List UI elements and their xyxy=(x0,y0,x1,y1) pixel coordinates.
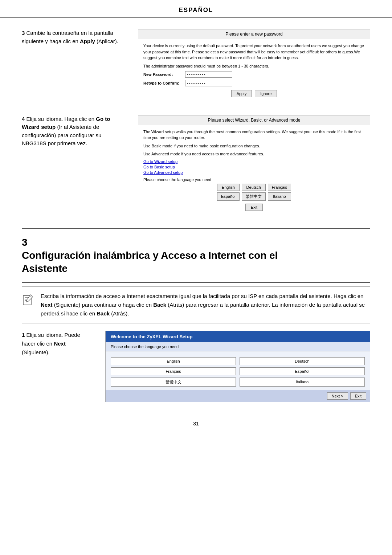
note-bold1: Next xyxy=(41,302,53,308)
step3-text: 3 Cambie la contraseña en la pantalla si… xyxy=(22,29,127,45)
step4-text: 4 Elija su idioma. Haga clic en Go to Wi… xyxy=(22,115,127,148)
wizard-subheader: Please choose the language you need xyxy=(106,342,370,351)
wizard-step1-text: 1 Elija su idioma. Puede hacer clic en N… xyxy=(22,331,94,357)
chapter-title-line1: 3 Configuración inalámbrica y Acceso a I… xyxy=(22,236,370,262)
password-panel-body: Your device is currently using the defau… xyxy=(138,39,370,104)
chapter-divider-top xyxy=(22,228,370,229)
wizard-lang-grid: English Deutsch Français Español 繁體中文 It… xyxy=(111,357,365,387)
wizard-step-desc1: Elija su idioma. Puede hacer clic en xyxy=(22,332,80,347)
lang-chinese[interactable]: 繁體中文 xyxy=(242,192,266,201)
mode-panel: Please select Wizard, Basic, or Advanced… xyxy=(138,115,370,217)
mode-desc2: Use Basic mode if you need to make basic… xyxy=(143,143,365,149)
password-note: The administrator password should must b… xyxy=(143,64,365,68)
wizard-panel: Welcome to the ZyXEL Wizard Setup Please… xyxy=(105,331,370,402)
wizard-lang-chinese[interactable]: 繁體中文 xyxy=(111,378,236,387)
retype-password-row: Retype to Confirm: xyxy=(143,80,365,86)
note-bold2: Back xyxy=(153,302,166,308)
note-bold3: Back xyxy=(97,310,110,317)
step3-number: 3 xyxy=(22,30,25,36)
wizard-header: Welcome to the ZyXEL Wizard Setup xyxy=(106,331,370,342)
mode-exit-button[interactable]: Exit xyxy=(245,204,263,211)
chapter-number: 3 xyxy=(22,236,370,249)
lang-deutsch[interactable]: Deutsch xyxy=(242,184,266,191)
note-text1: Escriba la información de acceso a Inter… xyxy=(41,293,363,299)
step3-bold: Apply xyxy=(80,38,95,44)
lang-english[interactable]: English xyxy=(217,184,240,191)
new-password-label: New Password: xyxy=(143,72,185,77)
wizard-lang-francais[interactable]: Français xyxy=(111,367,236,375)
chapter-heading: 3 Configuración inalámbrica y Acceso a I… xyxy=(22,236,370,276)
mode-desc3: Use Advanced mode if you need access to … xyxy=(143,151,365,157)
wizard-exit-button[interactable]: Exit xyxy=(350,392,366,400)
chapter-divider-bottom xyxy=(22,282,370,283)
mode-exit-row: Exit xyxy=(143,204,365,213)
password-panel-title: Please enter a new password xyxy=(138,29,370,39)
lang-espanol[interactable]: Español xyxy=(217,192,240,201)
password-panel-buttons: Apply Ignore xyxy=(143,90,365,100)
new-password-input[interactable] xyxy=(185,71,232,78)
pencil-icon xyxy=(22,293,36,306)
step3-desc2: (Aplicar). xyxy=(95,38,118,44)
mode-panel-title: Please select Wizard, Basic, or Advanced… xyxy=(138,115,370,125)
wizard-step-bold: Next xyxy=(54,340,66,347)
wizard-step-number: 1 xyxy=(22,332,25,338)
password-panel: Please enter a new password Your device … xyxy=(138,29,370,104)
mode-box: Please select Wizard, Basic, or Advanced… xyxy=(138,115,370,217)
note-text: Escriba la información de acceso a Inter… xyxy=(41,292,370,318)
wizard-lang-area: English Deutsch Français Español 繁體中文 It… xyxy=(106,351,370,390)
wizard-setup-link[interactable]: Go to Wizard setup xyxy=(143,159,365,164)
wizard-lang-italiano[interactable]: Italiano xyxy=(240,378,365,387)
wizard-lang-deutsch[interactable]: Deutsch xyxy=(240,357,365,365)
wizard-next-button[interactable]: Next > xyxy=(327,392,348,400)
advanced-setup-link[interactable]: Go to Advanced setup xyxy=(143,170,365,175)
basic-setup-link[interactable]: Go to Basic setup xyxy=(143,165,365,169)
step4-number: 4 xyxy=(22,116,25,122)
wizard-step1-section: 1 Elija su idioma. Puede hacer clic en N… xyxy=(22,331,370,413)
header-title: ESPAÑOL xyxy=(179,7,213,13)
mode-panel-body: The Wizard setup walks you through the m… xyxy=(138,125,370,217)
chapter-title-line2: Asistente xyxy=(22,262,370,275)
password-box: Please enter a new password Your device … xyxy=(138,29,370,104)
wizard-lang-espanol[interactable]: Español xyxy=(240,367,365,375)
step3-section: 3 Cambie la contraseña en la pantalla si… xyxy=(22,18,370,111)
step4-section: 4 Elija su idioma. Haga clic en Go to Wi… xyxy=(22,111,370,224)
retype-password-input[interactable] xyxy=(185,80,232,86)
mode-lang-grid: English Deutsch Français Español 繁體中文 It… xyxy=(143,184,365,201)
chapter-title-text1: Configuración inalámbrica y Acceso a Int… xyxy=(22,249,370,262)
wizard-lang-english[interactable]: English xyxy=(111,357,236,365)
lang-italiano[interactable]: Italiano xyxy=(268,192,291,201)
apply-button[interactable]: Apply xyxy=(231,90,252,97)
ignore-button[interactable]: Ignore xyxy=(255,90,277,97)
note-text2: (Siguiente) para continuar o haga clic e… xyxy=(53,302,154,308)
password-desc: Your device is currently using the defau… xyxy=(143,43,365,61)
page-number: 31 xyxy=(0,417,392,429)
wizard-step-desc2: (Siguiente). xyxy=(22,349,50,355)
mode-lang-label: Please choose the language you need xyxy=(143,177,365,182)
wizard-panel-container: Welcome to the ZyXEL Wizard Setup Please… xyxy=(105,331,370,402)
note-section: Escriba la información de acceso a Inter… xyxy=(22,286,370,323)
lang-francais[interactable]: Français xyxy=(268,184,291,191)
mode-desc1: The Wizard setup walks you through the m… xyxy=(143,129,365,141)
retype-label: Retype to Confirm: xyxy=(143,81,185,85)
step4-desc1: Elija su idioma. Haga clic en xyxy=(26,116,96,122)
page-header: ESPAÑOL xyxy=(0,0,392,18)
wizard-footer: Next > Exit xyxy=(106,390,370,402)
note-text4: (Atrás). xyxy=(110,310,129,317)
new-password-row: New Password: xyxy=(143,71,365,78)
